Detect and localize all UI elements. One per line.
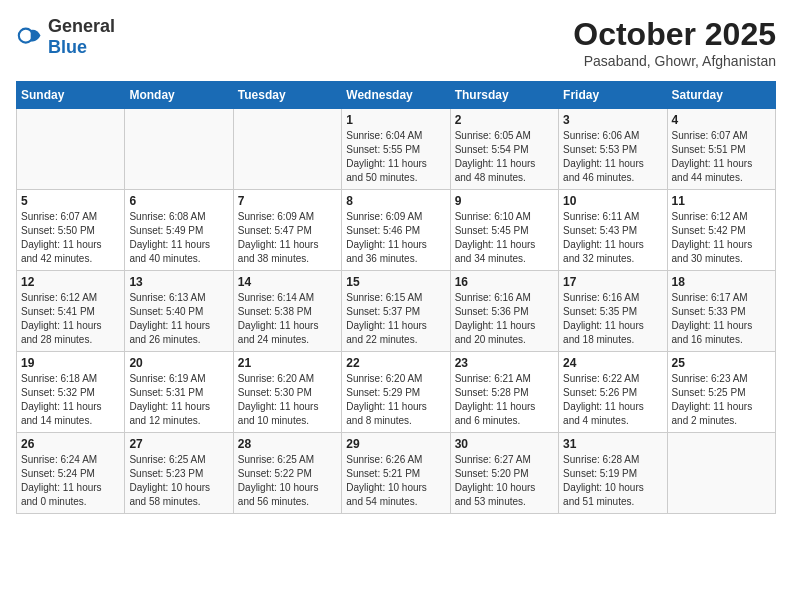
day-number: 6 (129, 194, 228, 208)
calendar-cell: 19Sunrise: 6:18 AM Sunset: 5:32 PM Dayli… (17, 352, 125, 433)
logo-blue: Blue (48, 37, 87, 57)
day-info: Sunrise: 6:19 AM Sunset: 5:31 PM Dayligh… (129, 372, 228, 428)
day-info: Sunrise: 6:12 AM Sunset: 5:41 PM Dayligh… (21, 291, 120, 347)
calendar-cell: 6Sunrise: 6:08 AM Sunset: 5:49 PM Daylig… (125, 190, 233, 271)
day-info: Sunrise: 6:18 AM Sunset: 5:32 PM Dayligh… (21, 372, 120, 428)
calendar-table: SundayMondayTuesdayWednesdayThursdayFrid… (16, 81, 776, 514)
calendar-cell: 4Sunrise: 6:07 AM Sunset: 5:51 PM Daylig… (667, 109, 775, 190)
calendar-cell: 23Sunrise: 6:21 AM Sunset: 5:28 PM Dayli… (450, 352, 558, 433)
day-info: Sunrise: 6:06 AM Sunset: 5:53 PM Dayligh… (563, 129, 662, 185)
day-number: 21 (238, 356, 337, 370)
day-number: 12 (21, 275, 120, 289)
calendar-cell: 11Sunrise: 6:12 AM Sunset: 5:42 PM Dayli… (667, 190, 775, 271)
day-info: Sunrise: 6:05 AM Sunset: 5:54 PM Dayligh… (455, 129, 554, 185)
calendar-cell: 12Sunrise: 6:12 AM Sunset: 5:41 PM Dayli… (17, 271, 125, 352)
logo-general: General (48, 16, 115, 36)
day-info: Sunrise: 6:23 AM Sunset: 5:25 PM Dayligh… (672, 372, 771, 428)
day-info: Sunrise: 6:20 AM Sunset: 5:29 PM Dayligh… (346, 372, 445, 428)
svg-point-0 (19, 29, 33, 43)
calendar-header-row: SundayMondayTuesdayWednesdayThursdayFrid… (17, 82, 776, 109)
calendar-cell: 29Sunrise: 6:26 AM Sunset: 5:21 PM Dayli… (342, 433, 450, 514)
day-number: 7 (238, 194, 337, 208)
day-info: Sunrise: 6:16 AM Sunset: 5:35 PM Dayligh… (563, 291, 662, 347)
day-header-sunday: Sunday (17, 82, 125, 109)
calendar-cell: 1Sunrise: 6:04 AM Sunset: 5:55 PM Daylig… (342, 109, 450, 190)
day-info: Sunrise: 6:04 AM Sunset: 5:55 PM Dayligh… (346, 129, 445, 185)
day-info: Sunrise: 6:11 AM Sunset: 5:43 PM Dayligh… (563, 210, 662, 266)
day-info: Sunrise: 6:09 AM Sunset: 5:47 PM Dayligh… (238, 210, 337, 266)
day-number: 17 (563, 275, 662, 289)
location-title: Pasaband, Ghowr, Afghanistan (573, 53, 776, 69)
calendar-cell: 8Sunrise: 6:09 AM Sunset: 5:46 PM Daylig… (342, 190, 450, 271)
day-info: Sunrise: 6:26 AM Sunset: 5:21 PM Dayligh… (346, 453, 445, 509)
day-number: 18 (672, 275, 771, 289)
day-number: 3 (563, 113, 662, 127)
day-info: Sunrise: 6:20 AM Sunset: 5:30 PM Dayligh… (238, 372, 337, 428)
day-header-thursday: Thursday (450, 82, 558, 109)
calendar-cell: 13Sunrise: 6:13 AM Sunset: 5:40 PM Dayli… (125, 271, 233, 352)
day-info: Sunrise: 6:12 AM Sunset: 5:42 PM Dayligh… (672, 210, 771, 266)
calendar-cell: 5Sunrise: 6:07 AM Sunset: 5:50 PM Daylig… (17, 190, 125, 271)
calendar-cell: 7Sunrise: 6:09 AM Sunset: 5:47 PM Daylig… (233, 190, 341, 271)
day-number: 13 (129, 275, 228, 289)
calendar-cell: 15Sunrise: 6:15 AM Sunset: 5:37 PM Dayli… (342, 271, 450, 352)
day-info: Sunrise: 6:25 AM Sunset: 5:23 PM Dayligh… (129, 453, 228, 509)
day-info: Sunrise: 6:15 AM Sunset: 5:37 PM Dayligh… (346, 291, 445, 347)
day-info: Sunrise: 6:09 AM Sunset: 5:46 PM Dayligh… (346, 210, 445, 266)
day-number: 27 (129, 437, 228, 451)
day-info: Sunrise: 6:13 AM Sunset: 5:40 PM Dayligh… (129, 291, 228, 347)
day-info: Sunrise: 6:07 AM Sunset: 5:51 PM Dayligh… (672, 129, 771, 185)
day-number: 10 (563, 194, 662, 208)
calendar-cell: 3Sunrise: 6:06 AM Sunset: 5:53 PM Daylig… (559, 109, 667, 190)
title-section: October 2025 Pasaband, Ghowr, Afghanista… (573, 16, 776, 69)
day-header-monday: Monday (125, 82, 233, 109)
day-info: Sunrise: 6:25 AM Sunset: 5:22 PM Dayligh… (238, 453, 337, 509)
calendar-cell: 14Sunrise: 6:14 AM Sunset: 5:38 PM Dayli… (233, 271, 341, 352)
calendar-week-row: 19Sunrise: 6:18 AM Sunset: 5:32 PM Dayli… (17, 352, 776, 433)
day-header-wednesday: Wednesday (342, 82, 450, 109)
day-header-friday: Friday (559, 82, 667, 109)
day-number: 5 (21, 194, 120, 208)
day-number: 19 (21, 356, 120, 370)
calendar-cell: 21Sunrise: 6:20 AM Sunset: 5:30 PM Dayli… (233, 352, 341, 433)
calendar-cell: 18Sunrise: 6:17 AM Sunset: 5:33 PM Dayli… (667, 271, 775, 352)
logo-icon (16, 23, 44, 51)
day-number: 4 (672, 113, 771, 127)
calendar-week-row: 26Sunrise: 6:24 AM Sunset: 5:24 PM Dayli… (17, 433, 776, 514)
calendar-cell: 26Sunrise: 6:24 AM Sunset: 5:24 PM Dayli… (17, 433, 125, 514)
calendar-cell: 16Sunrise: 6:16 AM Sunset: 5:36 PM Dayli… (450, 271, 558, 352)
month-title: October 2025 (573, 16, 776, 53)
day-number: 16 (455, 275, 554, 289)
calendar-cell: 22Sunrise: 6:20 AM Sunset: 5:29 PM Dayli… (342, 352, 450, 433)
calendar-cell: 28Sunrise: 6:25 AM Sunset: 5:22 PM Dayli… (233, 433, 341, 514)
day-header-saturday: Saturday (667, 82, 775, 109)
day-info: Sunrise: 6:24 AM Sunset: 5:24 PM Dayligh… (21, 453, 120, 509)
day-info: Sunrise: 6:07 AM Sunset: 5:50 PM Dayligh… (21, 210, 120, 266)
calendar-cell: 17Sunrise: 6:16 AM Sunset: 5:35 PM Dayli… (559, 271, 667, 352)
day-number: 14 (238, 275, 337, 289)
logo-text: General Blue (48, 16, 115, 58)
day-number: 28 (238, 437, 337, 451)
calendar-cell (125, 109, 233, 190)
day-header-tuesday: Tuesday (233, 82, 341, 109)
calendar-cell: 2Sunrise: 6:05 AM Sunset: 5:54 PM Daylig… (450, 109, 558, 190)
day-number: 24 (563, 356, 662, 370)
page-header: General Blue October 2025 Pasaband, Ghow… (16, 16, 776, 69)
calendar-cell: 25Sunrise: 6:23 AM Sunset: 5:25 PM Dayli… (667, 352, 775, 433)
day-number: 8 (346, 194, 445, 208)
calendar-week-row: 12Sunrise: 6:12 AM Sunset: 5:41 PM Dayli… (17, 271, 776, 352)
day-number: 2 (455, 113, 554, 127)
day-info: Sunrise: 6:14 AM Sunset: 5:38 PM Dayligh… (238, 291, 337, 347)
day-number: 22 (346, 356, 445, 370)
day-number: 23 (455, 356, 554, 370)
day-info: Sunrise: 6:28 AM Sunset: 5:19 PM Dayligh… (563, 453, 662, 509)
calendar-cell: 9Sunrise: 6:10 AM Sunset: 5:45 PM Daylig… (450, 190, 558, 271)
day-number: 1 (346, 113, 445, 127)
calendar-week-row: 5Sunrise: 6:07 AM Sunset: 5:50 PM Daylig… (17, 190, 776, 271)
day-number: 30 (455, 437, 554, 451)
calendar-cell (233, 109, 341, 190)
day-number: 29 (346, 437, 445, 451)
logo: General Blue (16, 16, 115, 58)
day-number: 26 (21, 437, 120, 451)
day-info: Sunrise: 6:17 AM Sunset: 5:33 PM Dayligh… (672, 291, 771, 347)
